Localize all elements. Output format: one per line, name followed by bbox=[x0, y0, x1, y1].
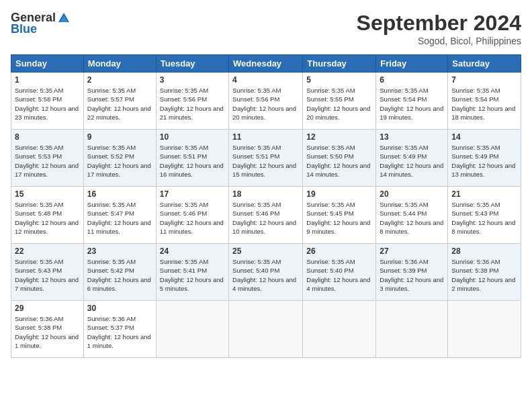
table-row: 4 Sunrise: 5:35 AM Sunset: 5:56 PM Dayli… bbox=[229, 73, 303, 130]
table-row: 30 Sunrise: 5:36 AM Sunset: 5:37 PM Dayl… bbox=[83, 301, 156, 358]
table-row: 13 Sunrise: 5:35 AM Sunset: 5:49 PM Dayl… bbox=[376, 130, 448, 187]
day-number: 9 bbox=[87, 132, 152, 142]
table-row: 16 Sunrise: 5:35 AM Sunset: 5:47 PM Dayl… bbox=[83, 187, 156, 244]
day-info: Sunrise: 5:35 AM Sunset: 5:40 PM Dayligh… bbox=[306, 257, 372, 293]
table-row: 21 Sunrise: 5:35 AM Sunset: 5:43 PM Dayl… bbox=[448, 187, 521, 244]
day-info: Sunrise: 5:35 AM Sunset: 5:43 PM Dayligh… bbox=[15, 257, 80, 293]
table-row bbox=[303, 301, 376, 358]
table-row: 19 Sunrise: 5:35 AM Sunset: 5:45 PM Dayl… bbox=[303, 187, 376, 244]
day-info: Sunrise: 5:36 AM Sunset: 5:38 PM Dayligh… bbox=[15, 314, 80, 350]
table-row: 25 Sunrise: 5:35 AM Sunset: 5:40 PM Dayl… bbox=[229, 244, 303, 301]
day-info: Sunrise: 5:35 AM Sunset: 5:48 PM Dayligh… bbox=[15, 200, 80, 236]
calendar-page: General Blue September 2024 Sogod, Bicol… bbox=[0, 0, 532, 411]
location: Sogod, Bicol, Philippines bbox=[357, 36, 521, 46]
day-number: 16 bbox=[87, 189, 152, 199]
weekday-header-row: Sunday Monday Tuesday Wednesday Thursday… bbox=[11, 55, 521, 73]
day-number: 14 bbox=[451, 132, 517, 142]
header-thursday: Thursday bbox=[303, 55, 376, 73]
day-info: Sunrise: 5:35 AM Sunset: 5:54 PM Dayligh… bbox=[380, 86, 444, 122]
table-row: 9 Sunrise: 5:35 AM Sunset: 5:52 PM Dayli… bbox=[83, 130, 156, 187]
day-number: 22 bbox=[15, 246, 80, 256]
table-row: 20 Sunrise: 5:35 AM Sunset: 5:44 PM Dayl… bbox=[376, 187, 448, 244]
header-wednesday: Wednesday bbox=[229, 55, 303, 73]
day-number: 28 bbox=[451, 246, 517, 256]
day-info: Sunrise: 5:35 AM Sunset: 5:56 PM Dayligh… bbox=[232, 86, 299, 122]
logo-icon bbox=[57, 11, 71, 25]
day-info: Sunrise: 5:36 AM Sunset: 5:39 PM Dayligh… bbox=[380, 257, 444, 293]
day-number: 11 bbox=[232, 132, 299, 142]
table-row: 24 Sunrise: 5:35 AM Sunset: 5:41 PM Dayl… bbox=[156, 244, 228, 301]
table-row bbox=[156, 301, 228, 358]
header-saturday: Saturday bbox=[448, 55, 521, 73]
table-row: 11 Sunrise: 5:35 AM Sunset: 5:51 PM Dayl… bbox=[229, 130, 303, 187]
table-row: 15 Sunrise: 5:35 AM Sunset: 5:48 PM Dayl… bbox=[11, 187, 84, 244]
day-number: 26 bbox=[306, 246, 372, 256]
table-row: 2 Sunrise: 5:35 AM Sunset: 5:57 PM Dayli… bbox=[83, 73, 156, 130]
table-row: 14 Sunrise: 5:35 AM Sunset: 5:49 PM Dayl… bbox=[448, 130, 521, 187]
day-info: Sunrise: 5:35 AM Sunset: 5:49 PM Dayligh… bbox=[451, 143, 517, 179]
table-row: 6 Sunrise: 5:35 AM Sunset: 5:54 PM Dayli… bbox=[376, 73, 448, 130]
day-info: Sunrise: 5:36 AM Sunset: 5:37 PM Dayligh… bbox=[87, 314, 152, 350]
calendar-row: 1 Sunrise: 5:35 AM Sunset: 5:58 PM Dayli… bbox=[11, 73, 521, 130]
day-info: Sunrise: 5:35 AM Sunset: 5:46 PM Dayligh… bbox=[232, 200, 299, 236]
day-info: Sunrise: 5:35 AM Sunset: 5:56 PM Dayligh… bbox=[160, 86, 225, 122]
table-row: 8 Sunrise: 5:35 AM Sunset: 5:53 PM Dayli… bbox=[11, 130, 84, 187]
day-info: Sunrise: 5:35 AM Sunset: 5:43 PM Dayligh… bbox=[451, 200, 517, 236]
day-info: Sunrise: 5:35 AM Sunset: 5:50 PM Dayligh… bbox=[306, 143, 372, 179]
table-row: 12 Sunrise: 5:35 AM Sunset: 5:50 PM Dayl… bbox=[303, 130, 376, 187]
day-info: Sunrise: 5:35 AM Sunset: 5:45 PM Dayligh… bbox=[306, 200, 372, 236]
table-row: 7 Sunrise: 5:35 AM Sunset: 5:54 PM Dayli… bbox=[448, 73, 521, 130]
day-number: 15 bbox=[15, 189, 80, 199]
day-info: Sunrise: 5:35 AM Sunset: 5:46 PM Dayligh… bbox=[160, 200, 225, 236]
day-number: 4 bbox=[232, 75, 299, 85]
table-row bbox=[448, 301, 521, 358]
day-number: 24 bbox=[160, 246, 225, 256]
table-row: 27 Sunrise: 5:36 AM Sunset: 5:39 PM Dayl… bbox=[376, 244, 448, 301]
day-number: 29 bbox=[15, 304, 80, 313]
day-number: 7 bbox=[451, 75, 517, 85]
day-info: Sunrise: 5:35 AM Sunset: 5:47 PM Dayligh… bbox=[87, 200, 152, 236]
table-row: 18 Sunrise: 5:35 AM Sunset: 5:46 PM Dayl… bbox=[229, 187, 303, 244]
table-row: 29 Sunrise: 5:36 AM Sunset: 5:38 PM Dayl… bbox=[11, 301, 84, 358]
table-row bbox=[229, 301, 303, 358]
day-info: Sunrise: 5:35 AM Sunset: 5:57 PM Dayligh… bbox=[87, 86, 152, 122]
day-number: 12 bbox=[306, 132, 372, 142]
day-number: 27 bbox=[380, 246, 444, 256]
day-info: Sunrise: 5:35 AM Sunset: 5:58 PM Dayligh… bbox=[15, 86, 80, 122]
calendar-table: Sunday Monday Tuesday Wednesday Thursday… bbox=[11, 54, 521, 358]
calendar-row: 22 Sunrise: 5:35 AM Sunset: 5:43 PM Dayl… bbox=[11, 244, 521, 301]
day-info: Sunrise: 5:35 AM Sunset: 5:41 PM Dayligh… bbox=[160, 257, 225, 293]
day-number: 10 bbox=[160, 132, 225, 142]
day-info: Sunrise: 5:35 AM Sunset: 5:52 PM Dayligh… bbox=[87, 143, 152, 179]
day-number: 13 bbox=[380, 132, 444, 142]
table-row bbox=[376, 301, 448, 358]
calendar-row: 29 Sunrise: 5:36 AM Sunset: 5:38 PM Dayl… bbox=[11, 301, 521, 358]
header: General Blue September 2024 Sogod, Bicol… bbox=[11, 11, 521, 46]
day-info: Sunrise: 5:35 AM Sunset: 5:40 PM Dayligh… bbox=[232, 257, 299, 293]
table-row: 3 Sunrise: 5:35 AM Sunset: 5:56 PM Dayli… bbox=[156, 73, 228, 130]
day-number: 1 bbox=[15, 75, 80, 85]
day-number: 18 bbox=[232, 189, 299, 199]
logo: General Blue bbox=[11, 11, 71, 36]
day-number: 30 bbox=[87, 304, 152, 313]
day-info: Sunrise: 5:35 AM Sunset: 5:55 PM Dayligh… bbox=[306, 86, 372, 122]
table-row: 17 Sunrise: 5:35 AM Sunset: 5:46 PM Dayl… bbox=[156, 187, 228, 244]
table-row: 23 Sunrise: 5:35 AM Sunset: 5:42 PM Dayl… bbox=[83, 244, 156, 301]
day-number: 6 bbox=[380, 75, 444, 85]
table-row: 1 Sunrise: 5:35 AM Sunset: 5:58 PM Dayli… bbox=[11, 73, 84, 130]
day-info: Sunrise: 5:35 AM Sunset: 5:42 PM Dayligh… bbox=[87, 257, 152, 293]
day-number: 20 bbox=[380, 189, 444, 199]
table-row: 26 Sunrise: 5:35 AM Sunset: 5:40 PM Dayl… bbox=[303, 244, 376, 301]
day-number: 21 bbox=[451, 189, 517, 199]
day-number: 2 bbox=[87, 75, 152, 85]
logo-blue-text: Blue bbox=[11, 22, 37, 36]
day-info: Sunrise: 5:36 AM Sunset: 5:38 PM Dayligh… bbox=[451, 257, 517, 293]
day-number: 25 bbox=[232, 246, 299, 256]
title-section: September 2024 Sogod, Bicol, Philippines bbox=[357, 11, 521, 46]
day-number: 3 bbox=[160, 75, 225, 85]
day-number: 17 bbox=[160, 189, 225, 199]
day-info: Sunrise: 5:35 AM Sunset: 5:49 PM Dayligh… bbox=[380, 143, 444, 179]
calendar-row: 8 Sunrise: 5:35 AM Sunset: 5:53 PM Dayli… bbox=[11, 130, 521, 187]
day-info: Sunrise: 5:35 AM Sunset: 5:51 PM Dayligh… bbox=[232, 143, 299, 179]
day-number: 5 bbox=[306, 75, 372, 85]
